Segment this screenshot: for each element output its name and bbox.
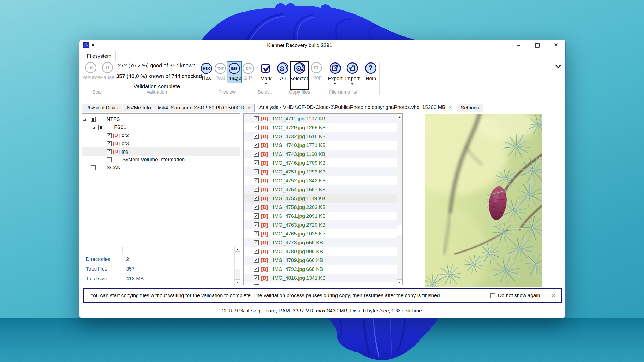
file-row[interactable]: [D] IMG_4743.jpg 1100 KB bbox=[244, 150, 397, 158]
file-name: IMG_4758.jpg bbox=[273, 204, 306, 210]
file-checkbox[interactable] bbox=[254, 249, 259, 254]
scroll-up-icon[interactable] bbox=[397, 114, 402, 119]
file-checkbox[interactable] bbox=[254, 134, 259, 139]
file-checkbox[interactable] bbox=[254, 213, 259, 219]
file-row[interactable]: [D] IMG_4780.jpg 909 KB bbox=[244, 247, 397, 256]
file-row[interactable]: [D] IMG_4740.jpg 1771 KB bbox=[244, 141, 397, 150]
tree-item[interactable]: [D] jpg bbox=[82, 147, 240, 156]
resume-button[interactable]: Resume bbox=[82, 62, 99, 80]
file-checkbox[interactable] bbox=[254, 178, 259, 183]
notification-close-icon[interactable]: × bbox=[551, 292, 555, 299]
file-row[interactable]: [D] IMG_4816.jpg 1341 KB bbox=[244, 274, 397, 282]
scrollbar-thumb[interactable] bbox=[397, 225, 402, 235]
copy-selected-button[interactable]: Selected bbox=[291, 62, 308, 89]
file-checkbox[interactable] bbox=[254, 143, 259, 148]
file-row[interactable]: [D] IMG_4755.jpg 1189 KB bbox=[244, 194, 397, 203]
tree-item[interactable]: System Volume Information bbox=[82, 156, 240, 164]
file-row[interactable]: [D] IMG_4711.jpg 1107 KB bbox=[244, 114, 397, 123]
group-label-scan: Scan bbox=[79, 89, 116, 96]
file-row[interactable]: [D] IMG_4746.jpg 1709 KB bbox=[244, 158, 397, 167]
mark-button[interactable]: Mark bbox=[258, 62, 274, 85]
file-checkbox[interactable] bbox=[254, 152, 259, 157]
do-not-show-again-checkbox[interactable] bbox=[490, 293, 495, 298]
tree-item[interactable]: [D] cr2 bbox=[82, 131, 240, 139]
tree-checkbox[interactable] bbox=[107, 149, 112, 154]
do-not-show-again-label: Do not show again bbox=[498, 293, 540, 298]
file-row[interactable]: [D] IMG_4789.jpg 666 KB bbox=[244, 256, 397, 265]
import-button[interactable]: Import bbox=[345, 62, 360, 85]
scrollbar-thumb[interactable] bbox=[235, 252, 240, 269]
tree-checkbox[interactable] bbox=[98, 125, 103, 130]
deleted-badge: [D] bbox=[261, 160, 269, 166]
help-button[interactable]: ? Help bbox=[363, 62, 378, 82]
window-title: Klennet Recovery build 2291 bbox=[79, 40, 520, 51]
scroll-down-icon[interactable] bbox=[397, 279, 402, 285]
file-row[interactable]: [D] IMG_4732.jpg 1616 KB bbox=[244, 132, 397, 141]
tree-item[interactable]: SCAN bbox=[82, 164, 240, 172]
file-checkbox[interactable] bbox=[254, 267, 259, 272]
preview-mode-button[interactable]: HEX Hex bbox=[199, 62, 213, 83]
tree-item[interactable]: [D] cr3 bbox=[82, 139, 240, 147]
file-row[interactable]: [D] IMG_4761.jpg 2091 KB bbox=[244, 212, 397, 220]
close-button[interactable]: × bbox=[547, 40, 565, 51]
scroll-up-icon[interactable] bbox=[235, 246, 240, 252]
file-row[interactable]: [D] IMG_4773.jpg 559 KB bbox=[244, 238, 397, 247]
preview-mode-button[interactable]: TXT Text bbox=[213, 62, 227, 83]
file-row[interactable]: [D] IMG_4729.jpg 1268 KB bbox=[244, 123, 397, 132]
document-tab[interactable]: NVMe Info - Disk4: Samsung SSD 980 PRO 5… bbox=[123, 104, 254, 112]
file-checkbox[interactable] bbox=[254, 125, 259, 130]
file-row[interactable]: [D] IMG_4763.jpg 2720 KB bbox=[244, 220, 397, 229]
file-checkbox[interactable] bbox=[254, 160, 259, 165]
file-checkbox[interactable] bbox=[254, 116, 259, 121]
tree-checkbox[interactable] bbox=[91, 165, 96, 170]
tab-close-icon[interactable]: × bbox=[247, 105, 251, 111]
expander-icon[interactable] bbox=[93, 126, 95, 129]
file-checkbox[interactable] bbox=[254, 187, 259, 192]
file-checkbox[interactable] bbox=[254, 258, 259, 263]
tree-item[interactable]: NTFS bbox=[82, 115, 240, 123]
export-button[interactable]: Export bbox=[327, 62, 343, 85]
tree-checkbox[interactable] bbox=[107, 157, 112, 162]
ribbon-tab-filesystem[interactable]: Filesystem bbox=[83, 51, 116, 61]
file-checkbox[interactable] bbox=[254, 231, 259, 236]
copy-stop-button[interactable]: Stop bbox=[309, 62, 324, 80]
file-checkbox[interactable] bbox=[254, 284, 259, 285]
document-tab[interactable]: Physical Disks × bbox=[82, 104, 122, 112]
file-row[interactable]: [D] IMG_4792.jpg 668 KB bbox=[244, 265, 397, 274]
file-checkbox[interactable] bbox=[254, 196, 259, 201]
file-row[interactable]: [D] IMG_4751.jpg 1293 KB bbox=[244, 167, 397, 176]
file-row[interactable]: [D] IMG_4765.jpg 1035 KB bbox=[244, 229, 397, 238]
expander-icon[interactable] bbox=[83, 118, 86, 121]
document-tab[interactable]: Analysis - VHD \\CF-DD-Cloud-2\Public\Ph… bbox=[256, 103, 456, 112]
file-row[interactable]: [D] IMG_4752.jpg 1342 KB bbox=[244, 176, 397, 185]
file-row[interactable]: [D] IMG_4758.jpg 2202 KB bbox=[244, 203, 397, 212]
tree-checkbox[interactable] bbox=[107, 133, 112, 138]
scroll-down-icon[interactable] bbox=[235, 279, 240, 285]
tab-close-icon[interactable]: × bbox=[449, 104, 452, 110]
stat-label: Total files bbox=[86, 266, 126, 272]
tree-checkbox[interactable] bbox=[107, 141, 112, 146]
deleted-badge: [D] bbox=[261, 142, 269, 148]
copy-all-button[interactable]: All bbox=[275, 62, 290, 82]
stats-scrollbar[interactable] bbox=[234, 246, 240, 285]
file-checkbox[interactable] bbox=[254, 169, 259, 174]
files-scrollbar[interactable] bbox=[397, 114, 402, 285]
file-checkbox[interactable] bbox=[254, 275, 259, 280]
file-row[interactable]: [D] IMG_4754.jpg 1587 KB bbox=[244, 185, 397, 194]
file-checkbox[interactable] bbox=[254, 205, 259, 210]
preview-mode-button[interactable]: ZIP ZIP bbox=[241, 62, 255, 83]
ribbon: Resume Pause Scan 272 (76,2 %) good of 3… bbox=[79, 61, 565, 97]
deleted-badge: [D] bbox=[113, 132, 120, 138]
deleted-badge: [D] bbox=[261, 266, 269, 272]
preview-mode-button[interactable]: IMG Image bbox=[227, 62, 241, 83]
stat-row: Directories 2 bbox=[82, 254, 240, 264]
pause-button[interactable]: Pause bbox=[100, 62, 115, 80]
file-row[interactable]: [D] IMG_4822.jpg 1342 KB bbox=[244, 282, 397, 285]
maximize-button[interactable] bbox=[528, 40, 547, 51]
document-tab[interactable]: Settings × bbox=[457, 104, 483, 112]
file-checkbox[interactable] bbox=[254, 240, 259, 245]
minimize-button[interactable] bbox=[509, 40, 528, 51]
tree-checkbox[interactable] bbox=[91, 117, 96, 122]
file-checkbox[interactable] bbox=[254, 222, 259, 227]
tree-item[interactable]: FS01 bbox=[82, 123, 240, 131]
